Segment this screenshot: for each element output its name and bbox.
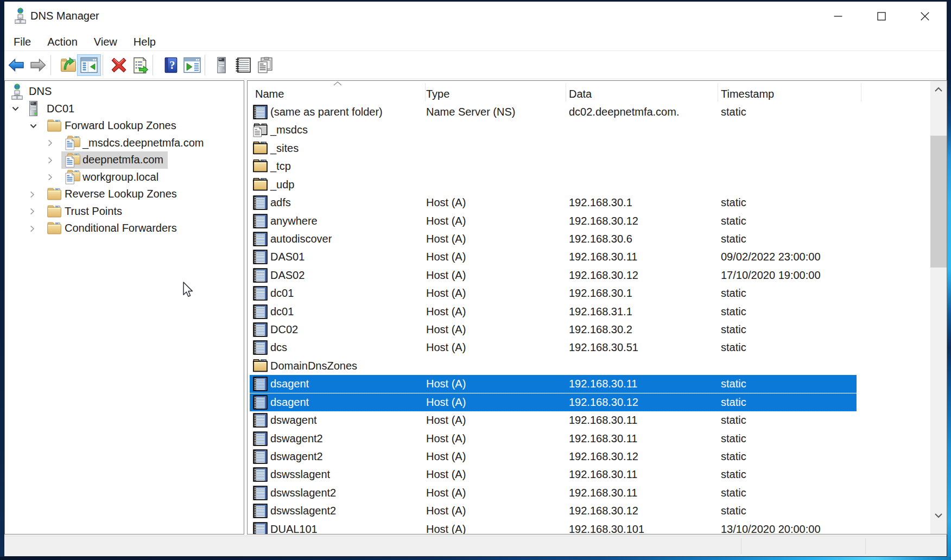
chevron-right-icon[interactable] — [48, 157, 53, 164]
record-row[interactable]: _tcp — [248, 157, 947, 176]
record-row[interactable]: dswagent Host (A) 192.168.30.11 static — [248, 411, 947, 430]
cell-type: Host (A) — [426, 502, 466, 520]
delete-button[interactable] — [108, 54, 130, 76]
tree-item--msdcs-deepnetmfa-com[interactable]: _msdcs.deepnetmfa.com — [5, 134, 244, 151]
cell-type: Host (A) — [426, 430, 466, 448]
chevron-right-icon[interactable] — [30, 208, 35, 215]
tree-item-forward-lookup-zones[interactable]: Forward Lookup Zones — [5, 117, 244, 135]
folder-icon — [253, 359, 268, 372]
column-header-type[interactable]: Type — [426, 85, 449, 103]
cell-type: Host (A) — [426, 321, 466, 339]
record-row[interactable]: DAS01 Host (A) 192.168.30.11 09/02/2022 … — [248, 248, 947, 266]
cell-timestamp: 09/02/2022 23:00:00 — [721, 248, 821, 266]
record-row[interactable]: dc01 Host (A) 192.168.31.1 static — [248, 303, 947, 321]
maximize-button[interactable] — [860, 2, 903, 31]
tree-item-label: DC01 — [47, 103, 74, 115]
record-row[interactable]: DAS02 Host (A) 192.168.30.12 17/10/2020 … — [248, 266, 947, 285]
record-row[interactable]: DomainDnsZones — [248, 357, 947, 376]
chevron-right-icon[interactable] — [48, 174, 53, 181]
chevron-right-icon[interactable] — [48, 139, 53, 147]
tree-item-deepnetmfa-com[interactable]: deepnetmfa.com — [5, 151, 244, 169]
toolbar — [4, 52, 947, 79]
export-list-button[interactable] — [129, 54, 151, 76]
copy-button[interactable] — [254, 54, 276, 76]
record-row[interactable]: anywhere Host (A) 192.168.30.12 static — [248, 212, 947, 231]
cell-timestamp: 13/10/2020 20:00:00 — [721, 520, 821, 534]
folder-icon — [253, 159, 268, 173]
chevron-down-icon[interactable] — [12, 106, 19, 111]
toolbar-separator — [50, 55, 51, 75]
column-header-data[interactable]: Data — [569, 85, 592, 103]
tree-item-label: Forward Lookup Zones — [65, 119, 176, 132]
scrollbar-thumb[interactable] — [930, 136, 947, 268]
tree-item-workgroup-local[interactable]: workgroup.local — [5, 168, 244, 186]
close-button[interactable] — [903, 2, 947, 31]
menu-help[interactable]: Help — [125, 31, 164, 50]
minimize-button[interactable] — [816, 2, 860, 31]
record-row[interactable]: dswagent2 Host (A) 192.168.30.12 static — [248, 448, 947, 466]
maximize-icon — [877, 12, 886, 21]
tree-item-conditional-forwarders[interactable]: Conditional Forwarders — [5, 220, 244, 237]
back-button[interactable] — [5, 54, 27, 76]
show-hide-console-tree-button[interactable] — [77, 54, 101, 76]
record-row[interactable]: dsagent Host (A) 192.168.30.11 static — [248, 375, 947, 393]
tree-item-label: _msdcs.deepnetmfa.com — [83, 137, 204, 149]
record-row[interactable]: dc01 Host (A) 192.168.30.1 static — [248, 284, 947, 303]
chevron-right-icon[interactable] — [30, 191, 35, 198]
menu-action[interactable]: Action — [39, 31, 86, 50]
record-list-button[interactable] — [232, 54, 254, 76]
tree-item-reverse-lookup-zones[interactable]: Reverse Lookup Zones — [5, 186, 244, 203]
server-button[interactable] — [211, 54, 232, 76]
cell-type: Host (A) — [426, 466, 466, 483]
record-row[interactable]: dswagent2 Host (A) 192.168.30.11 static — [248, 430, 947, 448]
cell-timestamp: static — [721, 339, 746, 357]
help-button[interactable] — [160, 54, 182, 76]
new-window-button[interactable] — [181, 54, 203, 76]
column-header-name[interactable]: Name — [255, 85, 284, 103]
record-icon — [253, 504, 268, 518]
folder-icon — [47, 119, 61, 132]
column-separator[interactable] — [566, 83, 566, 101]
column-separator[interactable] — [861, 83, 861, 101]
tree-item-dns[interactable]: DNS — [5, 83, 244, 100]
record-row[interactable]: _sites — [248, 139, 947, 158]
record-row[interactable]: dswsslagent2 Host (A) 192.168.30.12 stat… — [248, 502, 947, 520]
cell-timestamp: static — [721, 194, 746, 212]
record-row[interactable]: _udp — [248, 176, 947, 194]
record-row[interactable]: dsagent Host (A) 192.168.30.12 static — [248, 393, 947, 412]
record-row[interactable]: dswsslagent2 Host (A) 192.168.30.11 stat… — [248, 484, 947, 502]
chevron-down-icon[interactable] — [30, 124, 37, 129]
menu-view[interactable]: View — [86, 31, 125, 50]
selection-highlight — [250, 375, 857, 393]
vertical-scrollbar[interactable] — [930, 81, 947, 534]
tree-item-trust-points[interactable]: Trust Points — [5, 202, 244, 220]
cell-type: Host (A) — [426, 393, 466, 411]
record-row[interactable]: (same as parent folder) Name Server (NS)… — [248, 103, 947, 122]
record-row[interactable]: DUAL101 Host (A) 192.168.30.101 13/10/20… — [248, 520, 947, 534]
tree-item-label: workgroup.local — [83, 171, 158, 183]
record-row[interactable]: adfs Host (A) 192.168.30.1 static — [248, 194, 947, 212]
status-bar — [4, 536, 947, 556]
title-bar[interactable]: DNS Manager — [4, 2, 947, 31]
record-rows: (same as parent folder) Name Server (NS)… — [248, 103, 947, 534]
column-separator[interactable] — [718, 83, 718, 101]
cell-data: 192.168.30.101 — [569, 520, 644, 534]
record-row[interactable]: _msdcs — [248, 121, 947, 139]
record-row[interactable]: dswsslagent Host (A) 192.168.30.11 stati… — [248, 466, 947, 484]
chevron-right-icon[interactable] — [30, 225, 35, 232]
record-row[interactable]: autodiscover Host (A) 192.168.30.6 stati… — [248, 230, 947, 249]
column-header-timestamp[interactable]: Timestamp — [721, 85, 774, 103]
scroll-down-button[interactable] — [930, 507, 947, 524]
forward-button[interactable] — [27, 54, 49, 76]
console-tree-pane[interactable]: DNS DC01 Forward Lookup Zones _msdcs.dee… — [4, 80, 244, 534]
result-pane[interactable]: Name Type Data Timestamp (same as parent… — [247, 80, 947, 534]
scroll-up-button[interactable] — [930, 81, 947, 98]
menu-file[interactable]: File — [5, 31, 39, 50]
tree-item-dc01[interactable]: DC01 — [5, 100, 244, 117]
record-row[interactable]: DC02 Host (A) 192.168.30.2 static — [248, 321, 947, 339]
record-icon — [253, 395, 268, 410]
column-separator[interactable] — [425, 83, 426, 101]
up-one-level-button[interactable] — [58, 54, 79, 76]
record-row[interactable]: dcs Host (A) 192.168.30.51 static — [248, 339, 947, 357]
cell-name: DC02 — [270, 321, 298, 339]
